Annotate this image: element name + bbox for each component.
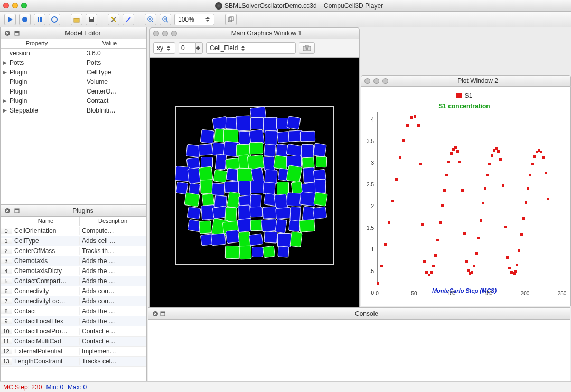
titlebar: SBMLSolverOscilatorDemo.cc3d – CompuCell…	[0, 0, 571, 12]
save-button[interactable]	[86, 14, 97, 25]
plugins-table[interactable]: 0CellOrientationCompute…1CellTypeAdds ce…	[1, 226, 146, 381]
plugins-panel: Plugins Name Description 0CellOrientatio…	[0, 204, 147, 381]
plugin-row[interactable]: 6ConnectivityAdds con…	[1, 286, 146, 296]
window-traffic-lights	[3, 3, 27, 8]
close-panel-icon[interactable]	[152, 310, 159, 318]
zoom-icon[interactable]	[21, 3, 27, 8]
plugin-row[interactable]: 12ExternalPotentialImplemen…	[1, 347, 146, 357]
graphics-title: Main Graphics Window 1	[177, 30, 356, 37]
console-output[interactable]	[148, 320, 570, 383]
svg-rect-2	[38, 17, 39, 22]
zoom-in-button[interactable]	[145, 14, 156, 25]
model-editor-title: Model Editor	[23, 30, 143, 37]
status-bar: MC Step: 230 Min: 0 Max: 0	[0, 381, 571, 392]
plugin-row[interactable]: 11ContactMultiCadContact e…	[1, 337, 146, 347]
chart-title: S1 concentration	[361, 102, 567, 110]
window-title: SBMLSolverOscilatorDemo.cc3d – CompuCell…	[30, 2, 568, 10]
field-select[interactable]: Cell_Field	[206, 42, 296, 54]
subwin-zoom-icon[interactable]	[171, 31, 177, 36]
close-icon[interactable]	[3, 3, 9, 8]
dock-panel-icon[interactable]	[13, 30, 21, 37]
open-button[interactable]	[71, 14, 82, 25]
svg-rect-25	[305, 45, 308, 47]
close-panel-icon[interactable]	[4, 30, 11, 37]
app-icon	[215, 2, 222, 10]
plugin-row[interactable]: 5ContactCompart…Adds the …	[1, 276, 146, 286]
svg-rect-3	[40, 17, 42, 22]
model-editor-columns: PropertyValue	[1, 39, 146, 49]
zoom-value: 100%	[178, 16, 194, 23]
svg-line-9	[152, 21, 153, 22]
y-axis-ticks: 0.511.522.533.54	[361, 119, 375, 293]
plugin-row[interactable]: 1CellTypeAdds cell …	[1, 236, 146, 246]
status-min: Min: 0	[46, 384, 63, 391]
plot-window: Plot Window 2 S1 S1 concentration 0.511.…	[361, 75, 571, 307]
svg-rect-7	[90, 17, 93, 19]
model-tree-row[interactable]: ▶PottsPotts	[1, 58, 146, 68]
svg-line-13	[166, 21, 168, 22]
slice-input[interactable]	[179, 42, 195, 54]
status-mc-step: MC Step: 230	[3, 384, 42, 391]
plugin-row[interactable]: 2CenterOfMassTracks th…	[1, 246, 146, 256]
model-tree-row[interactable]: PluginCenterO…	[1, 87, 146, 96]
svg-point-1	[22, 17, 27, 22]
windows-button[interactable]	[225, 14, 237, 25]
main-graphics-window: Main Graphics Window 1 xy Cell_Field	[149, 27, 360, 315]
subwin-min-icon[interactable]	[162, 31, 168, 36]
subwin-zoom-icon[interactable]	[382, 78, 388, 84]
chart-area[interactable]	[377, 112, 562, 285]
subwin-close-icon[interactable]	[364, 78, 370, 84]
cell-field-canvas[interactable]	[149, 57, 360, 313]
plugin-row[interactable]: 8ContactAdds the …	[1, 306, 146, 316]
subwin-min-icon[interactable]	[373, 78, 379, 84]
view-axis-select[interactable]: xy	[153, 42, 175, 54]
plugin-row[interactable]: 3ChemotaxisAdds the …	[1, 256, 146, 266]
minimize-icon[interactable]	[12, 3, 18, 8]
plot-legend: S1	[366, 90, 563, 101]
main-toolbar: 100%	[0, 12, 571, 27]
plugin-row[interactable]: 7ConnectivityLoc…Adds con…	[1, 296, 146, 306]
plugin-row[interactable]: 9ContactLocalFlexAdds the …	[1, 316, 146, 326]
svg-rect-19	[15, 31, 19, 33]
console-panel: Console Output Errors	[148, 307, 570, 392]
play-button[interactable]	[4, 14, 16, 25]
dock-panel-icon[interactable]	[13, 207, 21, 214]
model-tree-row[interactable]: ▶PluginCellType	[1, 68, 146, 77]
plugin-row[interactable]: 0CellOrientationCompute…	[1, 226, 146, 236]
step-button[interactable]	[19, 14, 31, 25]
plugin-row[interactable]: 4ChemotaxisDictyAdds the …	[1, 266, 146, 276]
status-max: Max: 0	[68, 384, 87, 391]
svg-rect-22	[15, 209, 19, 210]
model-editor-panel: Model Editor PropertyValue version3.6.0▶…	[0, 27, 147, 204]
plugins-title: Plugins	[23, 207, 143, 214]
svg-point-24	[306, 48, 308, 50]
model-tree-row[interactable]: ▶PluginContact	[1, 96, 146, 106]
model-editor-tree[interactable]: version3.6.0▶PottsPotts▶PluginCellTypePl…	[1, 49, 146, 204]
model-tree-row[interactable]: PluginVolume	[1, 77, 146, 87]
plugins-columns: Name Description	[1, 217, 146, 226]
svg-marker-0	[8, 17, 13, 22]
plugin-row[interactable]: 13LengthConstraintTracks cel…	[1, 357, 146, 367]
console-title: Console	[166, 310, 567, 318]
pause-button[interactable]	[34, 14, 45, 25]
dock-panel-icon[interactable]	[159, 310, 166, 318]
tools-button[interactable]	[108, 14, 119, 25]
svg-point-4	[52, 17, 57, 22]
slice-stepper[interactable]	[179, 42, 203, 54]
plot-title: Plot Window 2	[388, 77, 567, 85]
model-tree-row[interactable]: ▶SteppableBlobIniti…	[1, 106, 146, 115]
zoom-select[interactable]: 100%	[174, 14, 214, 25]
svg-rect-28	[161, 312, 165, 313]
svg-rect-5	[74, 18, 79, 22]
subwin-close-icon[interactable]	[153, 31, 159, 36]
close-panel-icon[interactable]	[4, 207, 11, 214]
zoom-out-button[interactable]	[160, 14, 171, 25]
model-tree-row[interactable]: version3.6.0	[1, 49, 146, 58]
screenshot-button[interactable]	[299, 42, 315, 54]
stop-button[interactable]	[49, 14, 60, 25]
plugin-row[interactable]: 10ContactLocalPro…Contact e…	[1, 326, 146, 337]
x-axis-label: MonteCarlo Step (MCS)	[361, 287, 567, 294]
edit-button[interactable]	[123, 14, 134, 25]
